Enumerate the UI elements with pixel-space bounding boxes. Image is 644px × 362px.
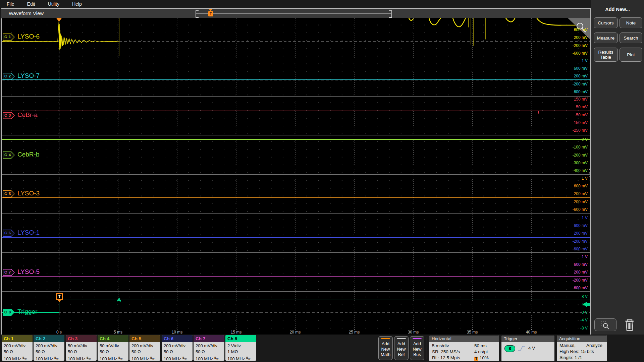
channel-settings-badge-7[interactable]: Ch 7200 mV/div50 Ω100 MHz Bw bbox=[194, 335, 224, 361]
scale-label: -4 V bbox=[543, 318, 588, 322]
scale-label: -200 mV bbox=[543, 200, 588, 204]
channel-impedance: 1 MΩ bbox=[227, 349, 256, 355]
channel-badge-id: C 5 bbox=[3, 190, 13, 197]
zoom-box-button[interactable] bbox=[594, 318, 616, 331]
scale-label: 600 mV bbox=[543, 66, 588, 70]
channel-settings-body: 200 mV/div50 Ω100 MHz Bw bbox=[129, 342, 160, 361]
channel-settings-badge-1[interactable]: Ch 1200 mV/div50 Ω100 MHz Bw bbox=[2, 335, 33, 361]
channel-scale: 50 mV/div bbox=[68, 343, 97, 349]
channel-badge-c6[interactable]: C 6 bbox=[3, 230, 15, 237]
bw-sub: w bbox=[248, 357, 250, 361]
time-label: 40 ms bbox=[521, 330, 541, 335]
waveform-traces-layer bbox=[2, 18, 590, 329]
scale-label: -200 mV bbox=[543, 153, 588, 157]
channel-badge-id: C 6 bbox=[3, 230, 13, 237]
channel-impedance: 50 Ω bbox=[68, 349, 97, 355]
time-label: 30 ms bbox=[403, 330, 423, 335]
channel-name-label: CebR-b bbox=[17, 151, 39, 158]
graticule-division-line bbox=[531, 18, 532, 329]
graticule-division-line bbox=[472, 18, 473, 329]
acquisition-panel[interactable]: Acquisition Manual, Analyze High Res: 15… bbox=[557, 336, 607, 361]
add-new-results-table-button[interactable]: Results Table bbox=[594, 48, 618, 62]
scale-label: -600 mV bbox=[543, 207, 588, 212]
channel-settings-badge-8[interactable]: Ch 82 V/div1 MΩ100 MHz Bw bbox=[225, 335, 256, 361]
channel-badge-id: C 8 bbox=[3, 309, 13, 316]
channel-settings-body: 50 mV/div50 Ω100 MHz Bw bbox=[98, 342, 128, 361]
channel-settings-badge-3[interactable]: Ch 350 mV/div50 Ω100 MHz Bw bbox=[66, 335, 97, 361]
channel-settings-name: Ch 3 bbox=[66, 335, 97, 342]
channel-settings-badge-5[interactable]: Ch 5200 mV/div50 Ω100 MHz Bw bbox=[129, 335, 160, 361]
scale-label: -50 mV bbox=[543, 113, 588, 117]
trash-button[interactable] bbox=[623, 317, 637, 333]
menu-bar: FileEditUtilityHelp bbox=[0, 0, 597, 8]
channel-scale: 2 V/div bbox=[227, 343, 256, 349]
add-new-note-button[interactable]: Note bbox=[620, 17, 642, 28]
channel-scale: 50 mV/div bbox=[100, 343, 128, 349]
scale-label: 4 V bbox=[543, 303, 588, 307]
channel-settings-badge-2[interactable]: Ch 2200 mV/div50 Ω100 MHz Bw bbox=[34, 335, 64, 361]
add-button-stripe bbox=[381, 338, 390, 339]
trigger-title: Trigger bbox=[501, 336, 554, 342]
trigger-panel[interactable]: Trigger 8 4 V bbox=[501, 336, 554, 361]
add-new-measure-button[interactable]: Measure bbox=[594, 33, 618, 43]
acquisition-mode: Manual, bbox=[559, 343, 576, 348]
scale-label: 200 mV bbox=[543, 270, 588, 274]
slice-separator bbox=[2, 57, 590, 57]
overview-bracket-right[interactable] bbox=[389, 10, 392, 18]
menu-item-utility[interactable]: Utility bbox=[48, 1, 59, 7]
channel-scale: 200 mV/div bbox=[4, 343, 33, 349]
channel-badge-c1[interactable]: C 1 bbox=[3, 34, 15, 41]
bw-sub: w bbox=[56, 357, 58, 361]
menu-item-edit[interactable]: Edit bbox=[27, 1, 35, 7]
add-new-bus-button[interactable]: Add New Bus bbox=[410, 336, 424, 360]
channel-badge-c8[interactable]: C 8 bbox=[3, 309, 15, 316]
add-new-ref-button[interactable]: Add New Ref bbox=[394, 336, 409, 360]
channel-impedance: 50 Ω bbox=[100, 349, 128, 355]
channel-impedance: 50 Ω bbox=[196, 349, 224, 355]
bandwidth-limit-suffix: Bw bbox=[54, 356, 58, 361]
scale-label: -300 mV bbox=[543, 161, 588, 165]
c5-trace bbox=[2, 198, 590, 200]
menu-item-help[interactable]: Help bbox=[72, 1, 82, 7]
channel-settings-badge-6[interactable]: Ch 6200 mV/div50 Ω100 MHz Bw bbox=[162, 335, 193, 361]
bandwidth-limit-suffix: Bw bbox=[246, 356, 250, 361]
channel-badge-c2[interactable]: C 2 bbox=[3, 73, 15, 80]
graticule-division-line bbox=[354, 18, 355, 329]
add-new-plot-button[interactable]: Plot bbox=[620, 48, 642, 62]
add-button-stripe bbox=[413, 338, 422, 339]
trigger-event-flag[interactable]: T bbox=[56, 293, 63, 300]
trash-icon bbox=[623, 317, 637, 332]
panel-splitter-handle[interactable] bbox=[589, 169, 591, 177]
bw-sub: w bbox=[24, 357, 26, 361]
trigger-flag-mini-icon: T bbox=[474, 357, 478, 361]
channel-settings-name: Ch 5 bbox=[129, 335, 160, 342]
channel-badge-c4[interactable]: C 4 bbox=[3, 152, 15, 159]
channel-scale: 200 mV/div bbox=[131, 343, 160, 349]
rising-edge-icon bbox=[518, 345, 526, 351]
channel-name-label: LYSO-3 bbox=[17, 190, 40, 197]
channel-badge-c7[interactable]: C 7 bbox=[3, 269, 15, 276]
time-label: 5 ms bbox=[108, 330, 128, 335]
channel-badge-c3[interactable]: C 3 bbox=[3, 112, 15, 119]
horizontal-panel[interactable]: Horizontal 5 ms/div SR: 250 MS/s RL: 12.… bbox=[429, 336, 499, 361]
bandwidth-limit-suffix: Bw bbox=[87, 356, 91, 361]
channel-settings-body: 200 mV/div50 Ω100 MHz Bw bbox=[34, 342, 64, 361]
scale-label: -8 V bbox=[543, 326, 588, 330]
time-label: 10 ms bbox=[167, 330, 187, 335]
trigger-event-flag-tail bbox=[58, 300, 61, 302]
channel-bandwidth: 100 MHz Bw bbox=[227, 355, 256, 361]
channel-scale: 200 mV/div bbox=[164, 343, 193, 349]
overview-bracket-left[interactable] bbox=[196, 10, 199, 18]
add-new-cursors-button[interactable]: Cursors bbox=[594, 17, 618, 28]
bandwidth-limit-suffix: Bw bbox=[118, 356, 122, 361]
add-new-search-button[interactable]: Search bbox=[620, 33, 642, 43]
channel-badge-c5[interactable]: C 5 bbox=[3, 190, 15, 197]
menu-item-file[interactable]: File bbox=[7, 1, 14, 7]
overview-trigger-flag[interactable]: T bbox=[208, 11, 213, 16]
scale-label: 200 mV bbox=[543, 231, 588, 235]
acquisition-title: Acquisition bbox=[557, 336, 607, 342]
scale-label: 50 mV bbox=[543, 105, 588, 109]
add-new-math-button[interactable]: Add New Math bbox=[378, 336, 393, 360]
channel-impedance: 50 Ω bbox=[36, 349, 64, 355]
channel-settings-badge-4[interactable]: Ch 450 mV/div50 Ω100 MHz Bw bbox=[98, 335, 128, 361]
